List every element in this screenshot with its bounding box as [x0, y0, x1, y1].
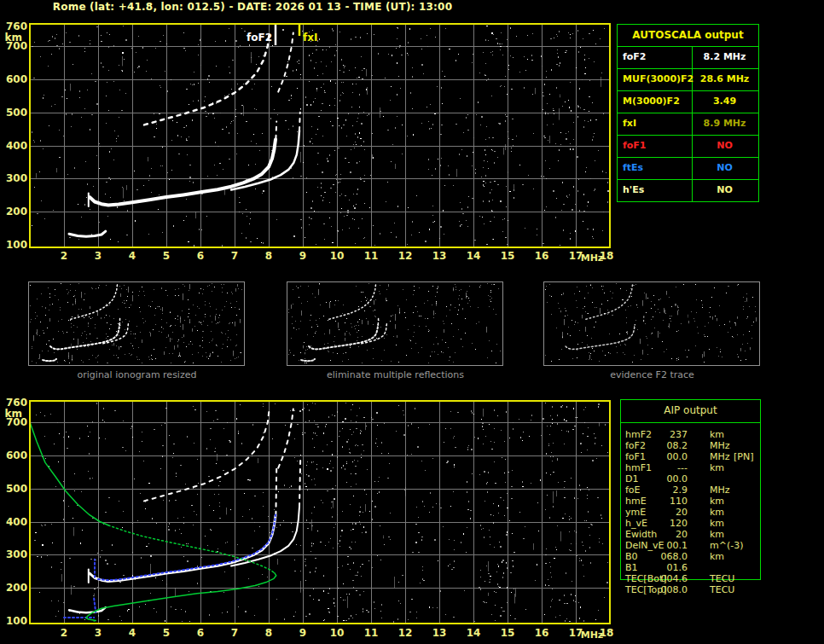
trace-X-trace [231, 507, 299, 566]
x-tick-label: 6 [197, 627, 204, 639]
plot-border [30, 24, 610, 247]
thumbnail-2 [544, 282, 760, 366]
parameter-unit: km [710, 529, 724, 540]
parameter-value: 01.6 [645, 562, 688, 573]
autoscala-table-row: M(3000)F2 3.49 [618, 90, 758, 113]
aip-table-row: B1 01.6 [621, 562, 766, 573]
x-tick-label: 3 [95, 250, 102, 262]
x-tick-label: 11 [364, 250, 379, 262]
x-tick-label: 2 [61, 627, 67, 639]
parameter-name: B1 [625, 562, 638, 573]
x-axis-unit: MHz [581, 629, 604, 641]
x-tick-label: 12 [398, 627, 413, 639]
parameter-name: B0 [625, 551, 638, 562]
aip-table-row: hmE 110 km [621, 496, 766, 507]
y-tick-label: 100 [6, 615, 27, 627]
aip-header-divider [621, 422, 760, 423]
x-tick-label: 15 [501, 627, 515, 639]
aip-table-row: foE 2.9 MHz [621, 484, 766, 496]
parameter-unit: m^(-3) [710, 540, 743, 551]
parameter-value: NO [693, 179, 757, 201]
trace-series [30, 409, 300, 621]
thumbnail-1 [287, 282, 503, 366]
parameter-name: ftEs [623, 157, 643, 179]
y-axis-labels: 760km700600500400300200100 [5, 397, 27, 627]
autoscala-window: Rome (lat: +41.8, lon: 012.5) - DATE: 20… [0, 0, 824, 644]
parameter-value: 00.0 [645, 473, 688, 484]
x-axis-labels: 23456789101112131415161718MHz [61, 627, 614, 641]
parameter-value: 20 [645, 529, 688, 540]
x-tick-label: 7 [231, 627, 238, 639]
parameter-value: 120 [645, 518, 688, 529]
x-tick-label: 16 [535, 627, 549, 639]
trace-X-trace [231, 131, 299, 190]
parameter-value: 237 [645, 429, 688, 440]
parameter-value: 008.0 [645, 584, 688, 595]
plot-border [30, 401, 610, 624]
y-tick-label: 300 [6, 548, 27, 560]
x-tick-label: 10 [330, 627, 345, 639]
trace-X-asymptote [299, 459, 300, 507]
autoscala-table-row: foF2 8.2 MHz [618, 46, 758, 69]
parameter-value: 8.9 MHz [693, 113, 757, 135]
x-tick-label: 13 [432, 627, 447, 639]
parameter-unit: km [710, 551, 724, 562]
marker-label-fxI: fxI [303, 32, 317, 44]
parameter-name: foF1 [625, 451, 646, 462]
plot-grid [30, 24, 610, 247]
parameter-value: 00.1 [645, 540, 688, 551]
trace-profile-topside [30, 422, 108, 525]
autoscala-table-row: h'Es NO [618, 179, 758, 201]
x-tick-label: 3 [95, 627, 102, 639]
thumbnail-border [287, 282, 503, 366]
aip-table-row: ymE 20 km [621, 507, 766, 518]
autoscala-table-row: foF1 NO [618, 135, 758, 158]
noise-speckle [32, 26, 609, 247]
x-tick-label: 4 [129, 627, 136, 639]
parameter-unit: km [710, 462, 724, 473]
parameter-name: M(3000)F2 [623, 90, 680, 113]
x-tick-label: 5 [163, 250, 170, 262]
parameter-name: ymE [625, 507, 646, 518]
x-tick-label: 2 [61, 250, 67, 262]
parameter-value: 004.6 [645, 573, 688, 584]
parameter-unit: km [710, 496, 724, 507]
marker-foF2: foF2 [247, 25, 276, 45]
trace-O-asymptote [276, 468, 276, 514]
aip-table-row: hmF1 --- km [621, 462, 766, 473]
trace-O-trace [90, 516, 276, 582]
y-tick-label: 100 [6, 239, 27, 251]
parameter-unit: km [710, 518, 724, 529]
parameter-name: D1 [625, 473, 638, 484]
y-tick-label: 600 [6, 73, 27, 85]
trace-scaled-valley [94, 599, 96, 612]
parameter-value: NO [693, 157, 757, 179]
trace-second-hop-X [278, 33, 293, 92]
x-tick-label: 9 [299, 627, 306, 639]
aip-output-table: AIP output hmF2 237 km foF2 08.2 MHz foF… [620, 399, 761, 580]
x-tick-label: 4 [129, 250, 136, 262]
parameter-value: 068.0 [645, 551, 688, 562]
y-tick-label: 200 [6, 582, 27, 594]
noise-speckle [34, 403, 608, 623]
trace-E-trace [69, 607, 106, 612]
aip-table-row: B0 068.0 km [621, 551, 766, 562]
y-axis-labels: 760km700600500400300200100 [5, 20, 27, 251]
bottom-ionogram-with-profile: 760km70060050040030020010023456789101112… [5, 397, 614, 641]
parameter-value: NO [693, 135, 757, 157]
marker-fxI: fxI [299, 25, 317, 44]
aip-table-row: hmF2 237 km [621, 429, 766, 440]
x-tick-label: 13 [432, 250, 447, 262]
parameter-name: foF2 [625, 440, 646, 451]
x-tick-label: 16 [535, 250, 549, 262]
marker-label-foF2: foF2 [247, 32, 272, 44]
parameter-value: --- [645, 462, 688, 473]
x-tick-label: 7 [231, 250, 238, 262]
y-tick-label: 600 [6, 450, 27, 461]
parameter-name: foE [625, 484, 641, 496]
parameter-unit: MHz [710, 451, 730, 462]
y-tick-label: 700 [6, 416, 27, 428]
parameter-unit: TECU [710, 584, 734, 595]
x-tick-label: 11 [364, 627, 379, 639]
x-tick-label: 10 [330, 250, 345, 262]
